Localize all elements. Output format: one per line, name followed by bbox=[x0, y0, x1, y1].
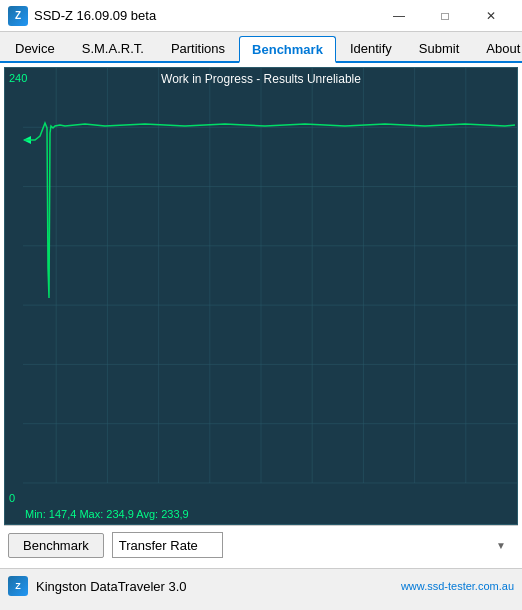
bottom-controls: Benchmark Transfer Rate Random Read Rand… bbox=[4, 525, 518, 564]
maximize-button[interactable]: □ bbox=[422, 0, 468, 32]
status-app-icon: Z bbox=[8, 576, 28, 596]
title-bar-controls: — □ ✕ bbox=[376, 0, 514, 32]
title-bar-left: Z SSD-Z 16.09.09 beta bbox=[8, 6, 156, 26]
transfer-rate-select-wrapper: Transfer Rate Random Read Random Write S… bbox=[112, 532, 514, 558]
tab-benchmark[interactable]: Benchmark bbox=[239, 36, 336, 63]
tab-submit[interactable]: Submit bbox=[406, 36, 472, 61]
status-url: www.ssd-tester.com.au bbox=[401, 580, 514, 592]
tab-about[interactable]: About bbox=[473, 36, 522, 61]
tab-device[interactable]: Device bbox=[2, 36, 68, 61]
benchmark-type-select[interactable]: Transfer Rate Random Read Random Write S… bbox=[112, 532, 223, 558]
main-content: 240 0 Work in Progress - Results Unrelia… bbox=[0, 63, 522, 568]
title-bar: Z SSD-Z 16.09.09 beta — □ ✕ bbox=[0, 0, 522, 32]
benchmark-chart: 240 0 Work in Progress - Results Unrelia… bbox=[4, 67, 518, 525]
tab-bar: Device S.M.A.R.T. Partitions Benchmark I… bbox=[0, 32, 522, 63]
minimize-button[interactable]: — bbox=[376, 0, 422, 32]
benchmark-button[interactable]: Benchmark bbox=[8, 533, 104, 558]
status-bar: Z Kingston DataTraveler 3.0 www.ssd-test… bbox=[0, 568, 522, 603]
close-button[interactable]: ✕ bbox=[468, 0, 514, 32]
app-icon: Z bbox=[8, 6, 28, 26]
status-device-name: Kingston DataTraveler 3.0 bbox=[36, 579, 187, 594]
tab-smart[interactable]: S.M.A.R.T. bbox=[69, 36, 157, 61]
app-title: SSD-Z 16.09.09 beta bbox=[34, 8, 156, 23]
tab-partitions[interactable]: Partitions bbox=[158, 36, 238, 61]
tab-identify[interactable]: Identify bbox=[337, 36, 405, 61]
